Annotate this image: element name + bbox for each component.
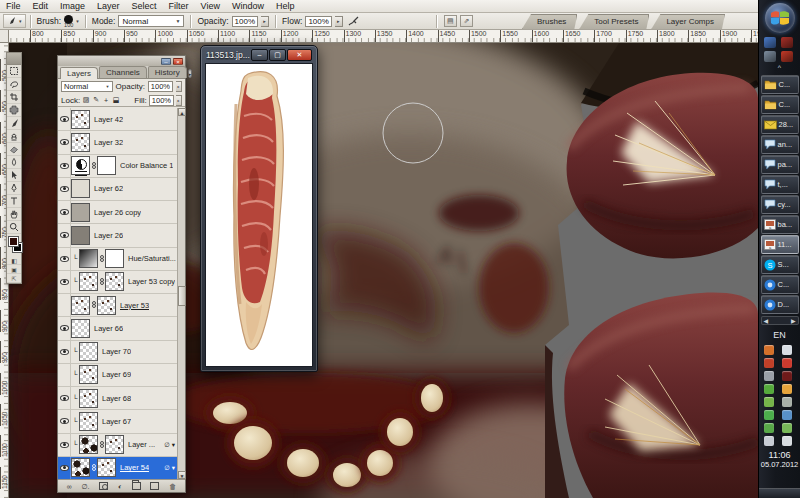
layer-thumbnail[interactable]: [79, 272, 98, 291]
adobe-tray-icon[interactable]: [782, 358, 792, 368]
layer-thumbnail[interactable]: [71, 156, 90, 175]
scroll-right-arrow[interactable]: ▶: [791, 317, 796, 324]
volume-tray-icon[interactable]: [782, 436, 792, 446]
layer-row-layer-26[interactable]: Layer 26: [58, 224, 177, 247]
visibility-toggle[interactable]: [58, 387, 71, 409]
layer-name[interactable]: Layer 42: [94, 115, 123, 124]
menu-help[interactable]: Help: [270, 1, 301, 11]
opera-dark-tray-icon[interactable]: [782, 371, 792, 381]
visibility-toggle[interactable]: [58, 108, 71, 130]
display-tray-icon[interactable]: [764, 37, 776, 48]
lock-transparency-icon[interactable]: ▨: [82, 96, 90, 104]
scroll-left-arrow[interactable]: ◀: [764, 317, 769, 324]
layer-opacity-input[interactable]: 100%: [148, 81, 173, 92]
blur-tool[interactable]: [7, 156, 21, 169]
fill-spinner[interactable]: ▸: [176, 95, 182, 106]
layer-name[interactable]: Hue/Saturati...: [128, 254, 176, 263]
layer-mask-thumbnail[interactable]: [105, 435, 124, 454]
layer-row-layer-68[interactable]: └Layer 68: [58, 387, 177, 410]
layer-thumbnail[interactable]: [71, 296, 90, 315]
usb-tray-icon[interactable]: [782, 397, 792, 407]
menu-view[interactable]: View: [195, 1, 226, 11]
panel-minimize-button[interactable]: –: [161, 58, 171, 65]
start-button[interactable]: [765, 3, 795, 33]
layer-thumbnail[interactable]: [71, 179, 90, 198]
update-tray-icon[interactable]: [782, 423, 792, 433]
chevron-down-icon[interactable]: ▾: [76, 18, 79, 24]
layer-thumbnail[interactable]: [79, 412, 98, 431]
layer-row-layer-[interactable]: └Layer ...∅ ▾: [58, 434, 177, 457]
screen-mode-button[interactable]: ▣: [7, 265, 21, 274]
viewer-titlebar[interactable]: 113513.jp... – ▢ ✕: [201, 46, 317, 63]
layer-row-layer-70[interactable]: └Layer 70: [58, 341, 177, 364]
layer-mask-thumbnail[interactable]: [97, 458, 116, 477]
layer-mask-thumbnail[interactable]: [97, 296, 116, 315]
new-group-icon[interactable]: [132, 482, 141, 490]
lock-pixels-icon[interactable]: ✎: [92, 96, 100, 104]
blend-mode-select[interactable]: Normal ▼: [118, 15, 184, 27]
taskbar-clock[interactable]: 11:06 05.07.2012: [761, 450, 799, 469]
layer-row-layer-54[interactable]: Layer 54∅ ▾: [58, 457, 177, 479]
flow-input[interactable]: 100%: [305, 16, 331, 27]
layer-row-layer-53-copy[interactable]: └Layer 53 copy: [58, 271, 177, 294]
network-tray-icon[interactable]: [764, 436, 774, 446]
clone-stamp-tool[interactable]: [7, 130, 21, 143]
foreground-color-swatch[interactable]: [9, 237, 18, 246]
viewer-close-button[interactable]: ✕: [287, 49, 312, 61]
layer-thumbnail[interactable]: [71, 458, 90, 477]
antivirus-check-tray-icon[interactable]: [764, 410, 774, 420]
blue-app-tray-icon[interactable]: [782, 410, 792, 420]
taskbar-button-28[interactable]: 28...: [761, 115, 799, 134]
flow-spinner[interactable]: ▸: [335, 16, 343, 27]
menu-image[interactable]: Image: [54, 1, 91, 11]
airbrush-toggle-icon[interactable]: [347, 16, 360, 27]
layer-name[interactable]: Layer 70: [102, 347, 131, 356]
layer-row-layer-62[interactable]: Layer 62: [58, 178, 177, 201]
layer-row-layer-67[interactable]: └Layer 67: [58, 410, 177, 433]
scroll-up-arrow[interactable]: ▲: [178, 108, 186, 116]
qip-flower-tray-icon[interactable]: [764, 384, 774, 394]
visibility-toggle[interactable]: [58, 178, 71, 200]
zoom-tool[interactable]: [7, 221, 21, 234]
eraser-tool[interactable]: [7, 143, 21, 156]
quick-mask-button[interactable]: ◧: [7, 256, 21, 265]
visibility-toggle[interactable]: [58, 271, 71, 293]
visibility-toggle[interactable]: [58, 248, 71, 270]
visibility-toggle[interactable]: [58, 410, 71, 432]
layer-row-layer-66[interactable]: Layer 66: [58, 317, 177, 340]
layer-name[interactable]: Layer 53 copy: [128, 277, 175, 286]
menu-select[interactable]: Select: [126, 1, 163, 11]
layers-panel-titlebar[interactable]: – ×: [58, 56, 185, 66]
layer-mask-thumbnail[interactable]: [97, 156, 116, 175]
viewer-minimize-button[interactable]: –: [251, 49, 268, 61]
palette-tab-tool-presets[interactable]: Tool Presets: [579, 14, 649, 29]
layer-thumbnail[interactable]: [79, 389, 98, 408]
hand-tool[interactable]: [7, 208, 21, 221]
red-badge-tray-icon[interactable]: [781, 37, 793, 48]
layer-thumbnail[interactable]: [71, 319, 90, 338]
layer-row-hue-saturati-[interactable]: └Hue/Saturati...: [58, 248, 177, 271]
opacity-input[interactable]: 100%: [232, 16, 258, 27]
visibility-toggle[interactable]: [58, 364, 71, 386]
layer-name[interactable]: Layer 62: [94, 184, 123, 193]
layer-row-color-balance-1[interactable]: Color Balance 1: [58, 155, 177, 178]
layer-row-layer-26-copy[interactable]: Layer 26 copy: [58, 201, 177, 224]
adjustment-layer-icon[interactable]: ◐: [118, 481, 122, 492]
go-to-bridge-button[interactable]: ⇗: [460, 15, 473, 27]
visibility-toggle[interactable]: [58, 131, 71, 153]
menu-layer[interactable]: Layer: [91, 1, 126, 11]
menu-window[interactable]: Window: [226, 1, 270, 11]
layer-name[interactable]: Layer 26 copy: [94, 208, 141, 217]
new-layer-icon[interactable]: [150, 482, 159, 490]
drweb-tray-icon[interactable]: [764, 423, 774, 433]
layer-thumbnail[interactable]: [79, 249, 98, 268]
taskbar-button-an[interactable]: an...: [761, 135, 799, 154]
visibility-toggle[interactable]: [58, 341, 71, 363]
taskbar-scroll[interactable]: ◀▶: [761, 316, 799, 325]
layer-thumbnail[interactable]: [71, 133, 90, 152]
brush-tool[interactable]: [7, 117, 21, 130]
layer-thumbnail[interactable]: [71, 203, 90, 222]
layer-name[interactable]: Layer 68: [102, 394, 131, 403]
taskbar-button-ba[interactable]: aba...: [761, 215, 799, 234]
layer-thumbnail[interactable]: [79, 365, 98, 384]
